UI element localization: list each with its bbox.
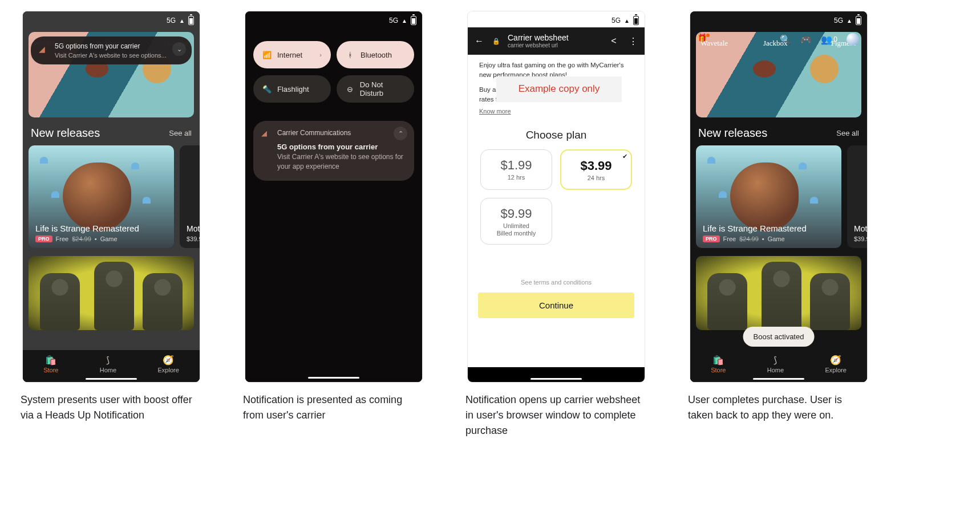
websheet-url: carrier websheet url [508, 42, 569, 49]
game-kind: Game [100, 235, 118, 242]
signal-icon [624, 17, 630, 25]
game-card-title: Life is Strange Remastered [703, 224, 835, 233]
avatar[interactable] [847, 33, 859, 46]
gesture-handle[interactable] [753, 378, 804, 380]
game-old-price: $24.99 [739, 235, 759, 242]
status-network: 5G [167, 17, 176, 25]
tab-store[interactable]: 🛍️ Store [43, 355, 58, 373]
choose-plan-heading: Choose plan [468, 129, 645, 141]
game-card-2-title: Moto [187, 224, 200, 233]
phone-screen-3: 5G ← 🔒 Carrier websheet carrier websheet… [468, 11, 645, 382]
tab-home[interactable]: ⟆ Home [767, 355, 784, 373]
hun-title: 5G options from your carrier [55, 42, 167, 50]
gift-icon[interactable] [698, 35, 707, 44]
carrier-triangle-icon: ◢ [39, 44, 45, 54]
search-icon[interactable]: 🔍 [780, 34, 791, 45]
tab-store[interactable]: 🛍️ Store [711, 355, 726, 373]
dnd-icon: ⊖ [346, 85, 354, 94]
bluetooth-icon: ᚼ [346, 51, 355, 59]
phone-screen-2: 📶 Internet › ᚼ Bluetooth 🔦 Flashlight [245, 11, 422, 382]
toast-boost-activated: Boost activated [743, 327, 815, 347]
qs-internet[interactable]: 📶 Internet › [253, 41, 331, 68]
tab-home[interactable]: ⟆ Home [100, 355, 116, 373]
chevron-down-icon[interactable]: ⌄ [172, 42, 186, 56]
overflow-menu-icon[interactable]: ⋮ [627, 36, 639, 47]
continue-button[interactable]: Continue [478, 292, 634, 318]
stadia-icon: ⟆ [774, 355, 777, 365]
battery-icon [856, 16, 861, 25]
phone-screen-1: Wavetale Jackbox Figment New releases Se… [23, 11, 200, 382]
gesture-handle[interactable] [531, 378, 582, 380]
hun-body: Visit Carrier A's website to see options… [55, 52, 167, 59]
stadia-icon: ⟆ [106, 355, 110, 365]
wide-game-card[interactable] [696, 256, 861, 330]
signal-icon [847, 17, 852, 25]
caption-2: Notification is presented as coming from… [240, 392, 428, 423]
signal-icon [179, 17, 185, 25]
see-all-link[interactable]: See all [836, 129, 859, 137]
game-card-2-price: $39.99 [187, 235, 200, 242]
notification-app-name: Carrier Communications [277, 129, 405, 137]
compass-icon: 🧭 [163, 355, 174, 365]
wide-game-card[interactable] [29, 256, 194, 330]
terms-link[interactable]: See terms and conditions [468, 279, 645, 286]
share-icon[interactable]: < [608, 36, 619, 47]
chevron-up-icon[interactable]: ⌃ [394, 127, 407, 140]
wifi-icon: 📶 [262, 51, 272, 59]
game-card[interactable]: Life is Strange Remastered PRO Free $24.… [696, 145, 841, 248]
notification-body: Visit Carrier A's website to see options… [277, 152, 405, 172]
lock-icon: 🔒 [491, 38, 502, 45]
status-network: 5G [389, 17, 398, 25]
chevron-right-icon: › [319, 51, 322, 58]
notification-card[interactable]: ◢ Carrier Communications ⌃ 5G options fr… [253, 121, 414, 181]
see-all-link[interactable]: See all [169, 129, 192, 137]
game-card-2-price: $39.99 [854, 235, 867, 242]
plan-option-1[interactable]: $1.99 12 hrs [480, 149, 552, 190]
caption-4: User completes purchase. User is taken b… [685, 392, 873, 423]
shopping-bag-icon: 🛍️ [712, 355, 724, 365]
notification-title: 5G options from your carrier [277, 143, 405, 151]
signal-icon [402, 17, 407, 25]
friends-icon[interactable]: 👥0 [821, 34, 837, 45]
plan-option-3[interactable]: $9.99 Unlimited Billed monthly [480, 198, 552, 245]
game-free-label: Free [723, 235, 736, 242]
battery-icon [188, 16, 194, 25]
gesture-handle[interactable] [86, 378, 137, 380]
heads-up-notification[interactable]: ◢ 5G options from your carrier Visit Car… [31, 36, 192, 64]
bottom-tab-bar: 🛍️ Store ⟆ Home 🧭 Explore [23, 350, 200, 382]
game-old-price: $24.99 [72, 235, 91, 242]
know-more-link[interactable]: Know more [479, 108, 511, 115]
tab-explore[interactable]: 🧭 Explore [825, 355, 847, 373]
websheet-title: Carrier websheet [508, 33, 569, 42]
game-card-2[interactable]: Moto $39.99 [180, 145, 200, 248]
game-card-2-title: Moto [854, 224, 867, 233]
pro-badge: PRO [703, 235, 720, 242]
example-copy-overlay: Example copy only [496, 76, 622, 102]
section-title: New releases [31, 127, 100, 140]
check-icon: ✔ [622, 153, 627, 160]
carrier-triangle-icon: ◢ [261, 129, 267, 137]
game-card-2[interactable]: Moto $39.99 [847, 145, 867, 248]
plan-option-2[interactable]: ✔ $3.99 24 hrs [560, 149, 632, 190]
qs-flashlight[interactable]: 🔦 Flashlight [253, 75, 331, 103]
game-kind: Game [768, 235, 785, 242]
bottom-tab-bar: 🛍️ Store ⟆ Home 🧭 Explore [690, 350, 867, 382]
status-network: 5G [834, 17, 843, 25]
back-arrow-icon[interactable]: ← [473, 36, 485, 46]
status-network: 5G [612, 17, 621, 25]
qs-bluetooth[interactable]: ᚼ Bluetooth [337, 41, 414, 68]
section-title: New releases [698, 127, 767, 140]
phone-screen-4: Wavetale Jackbox Figment New releases Se… [690, 11, 867, 382]
compass-icon: 🧭 [830, 355, 841, 365]
game-card[interactable]: Life is Strange Remastered PRO Free $24.… [29, 145, 174, 248]
battery-icon [411, 16, 416, 25]
pro-badge: PRO [35, 235, 52, 242]
controller-icon[interactable]: 🎮 [800, 34, 812, 45]
caption-3: Notification opens up carrier websheet i… [462, 392, 650, 438]
gesture-handle[interactable] [308, 377, 359, 379]
shopping-bag-icon: 🛍️ [45, 355, 56, 365]
qs-dnd[interactable]: ⊖ Do Not Disturb [337, 75, 414, 103]
tab-explore[interactable]: 🧭 Explore [158, 355, 179, 373]
caption-1: System presents user with boost offer vi… [17, 392, 205, 423]
websheet-app-bar: ← 🔒 Carrier websheet carrier websheet ur… [468, 27, 645, 55]
